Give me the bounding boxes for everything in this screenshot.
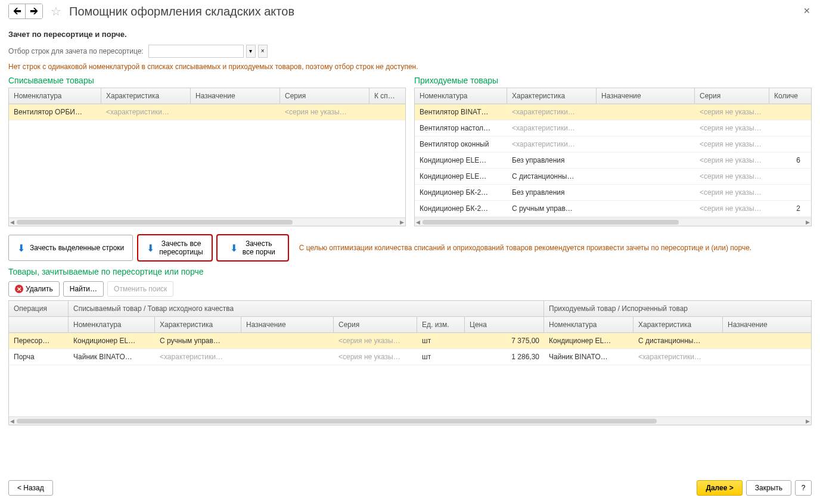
- credit-all-peresort-button[interactable]: ⬇ Зачесть все пересортицы: [138, 235, 212, 261]
- table-row[interactable]: ПорчаЧайник BINATO…<характеристики…<сери…: [9, 349, 811, 365]
- find-button[interactable]: Найти…: [63, 281, 104, 297]
- info-message: Нет строк с одинаковой номенклатурой в с…: [8, 63, 812, 71]
- writeoff-grid: Номенклатура Характеристика Назначение С…: [8, 88, 406, 226]
- back-button[interactable]: 🡰: [9, 4, 26, 18]
- help-button[interactable]: ?: [795, 480, 812, 496]
- col-nomen[interactable]: Номенклатура: [415, 88, 507, 104]
- filter-dropdown-button[interactable]: ▾: [246, 45, 256, 58]
- table-row[interactable]: Кондиционер БК-2…С ручным управ…<серия н…: [415, 201, 811, 217]
- col-nomen[interactable]: Номенклатура: [9, 88, 101, 104]
- arrow-down-icon: ⬇: [17, 242, 25, 254]
- cancel-find-button: Отменить поиск: [107, 281, 173, 297]
- arrow-down-icon: ⬇: [230, 242, 238, 254]
- col-qty[interactable]: Количе: [769, 88, 805, 104]
- col-assign[interactable]: Назначение: [597, 88, 695, 104]
- col-receipt-group[interactable]: Приходуемый товар / Испорченный товар: [544, 301, 811, 316]
- close-button[interactable]: Закрыть: [746, 480, 791, 496]
- delete-button[interactable]: ✕ Удалить: [8, 281, 60, 297]
- back-step-button[interactable]: < Назад: [8, 480, 53, 496]
- receipt-title: Приходуемые товары: [414, 76, 812, 85]
- table-row[interactable]: Вентилятор ОРБИ…<характеристики…<серия н…: [9, 104, 405, 120]
- filter-input[interactable]: [148, 45, 244, 58]
- credited-grid: Операция Списываемый товар / Товар исход…: [8, 300, 812, 425]
- table-row[interactable]: Вентилятор оконный<характеристики…<серия…: [415, 136, 811, 153]
- table-row[interactable]: Кондиционер БК-2…Без управления<серия не…: [415, 185, 811, 201]
- col-qty[interactable]: К списа: [369, 88, 402, 104]
- delete-icon: ✕: [15, 285, 23, 293]
- col-writeoff-group[interactable]: Списываемый товар / Товар исходного каче…: [69, 301, 544, 316]
- subtitle: Зачет по пересортице и порче.: [8, 30, 812, 39]
- filter-label: Отбор строк для зачета по пересортице:: [8, 47, 144, 55]
- receipt-grid: Номенклатура Характеристика Назначение С…: [414, 88, 812, 226]
- credit-selected-label: Зачесть выделенные строки: [30, 244, 124, 252]
- col-assign[interactable]: Назначение: [191, 88, 280, 104]
- close-icon[interactable]: ✕: [803, 6, 810, 15]
- next-button[interactable]: Далее >: [697, 480, 742, 496]
- writeoff-hscroll[interactable]: ◀ ▶: [9, 217, 405, 226]
- credited-title: Товары, зачитываемые по пересортице или …: [8, 267, 812, 276]
- forward-button[interactable]: 🡲: [26, 4, 42, 18]
- filter-clear-button[interactable]: ×: [258, 45, 268, 58]
- credit-all-porchi-button[interactable]: ⬇ Зачесть все порчи: [217, 235, 288, 261]
- nav-buttons: 🡰 🡲: [8, 4, 43, 19]
- col-series[interactable]: Серия: [280, 88, 369, 104]
- table-row[interactable]: Пересор…Кондиционер EL…С ручным управ…<с…: [9, 333, 811, 349]
- table-row[interactable]: Вентилятор настол…<характеристики…<серия…: [415, 120, 811, 136]
- favorite-star-icon[interactable]: ☆: [49, 4, 63, 18]
- col-series[interactable]: Серия: [695, 88, 769, 104]
- table-row[interactable]: Кондиционер ELE…Без управления<серия не …: [415, 153, 811, 169]
- credit-selected-button[interactable]: ⬇ Зачесть выделенные строки: [8, 235, 133, 261]
- hint-text: С целью оптимизации количества списаний …: [293, 243, 812, 253]
- receipt-hscroll[interactable]: ◀ ▶: [415, 217, 811, 226]
- writeoff-title: Списываемые товары: [8, 76, 406, 85]
- arrow-down-icon: ⬇: [147, 242, 154, 254]
- table-row[interactable]: Вентилятор BINAT…<характеристики…<серия …: [415, 104, 811, 120]
- credited-hscroll[interactable]: ◀ ▶: [9, 416, 811, 425]
- col-char[interactable]: Характеристика: [101, 88, 191, 104]
- page-title: Помощник оформления складских актов: [69, 5, 294, 18]
- col-op[interactable]: Операция: [9, 301, 69, 316]
- table-row[interactable]: Кондиционер ELE…С дистанционны…<серия не…: [415, 169, 811, 185]
- col-char[interactable]: Характеристика: [507, 88, 597, 104]
